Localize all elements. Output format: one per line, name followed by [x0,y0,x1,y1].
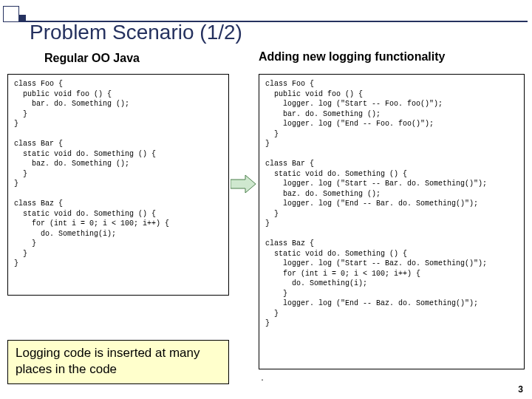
svg-marker-0 [231,175,256,193]
subtitle-right: Adding new logging functionality [259,50,445,64]
code-block-regular: class Foo { public void foo () { bar. do… [7,74,229,296]
subtitle-left: Regular OO Java [44,52,140,65]
decor-square-outline [3,6,19,22]
slide-number: 3 [518,384,523,395]
code-block-logging: class Foo { public void foo () { logger.… [259,74,525,369]
trailing-dot: . [260,375,265,383]
note-box: Logging code is inserted at many places … [7,340,229,384]
slide-title: Problem Scenario (1/2) [30,21,242,44]
arrow-right-icon [231,174,257,194]
slide-decor [3,6,528,22]
